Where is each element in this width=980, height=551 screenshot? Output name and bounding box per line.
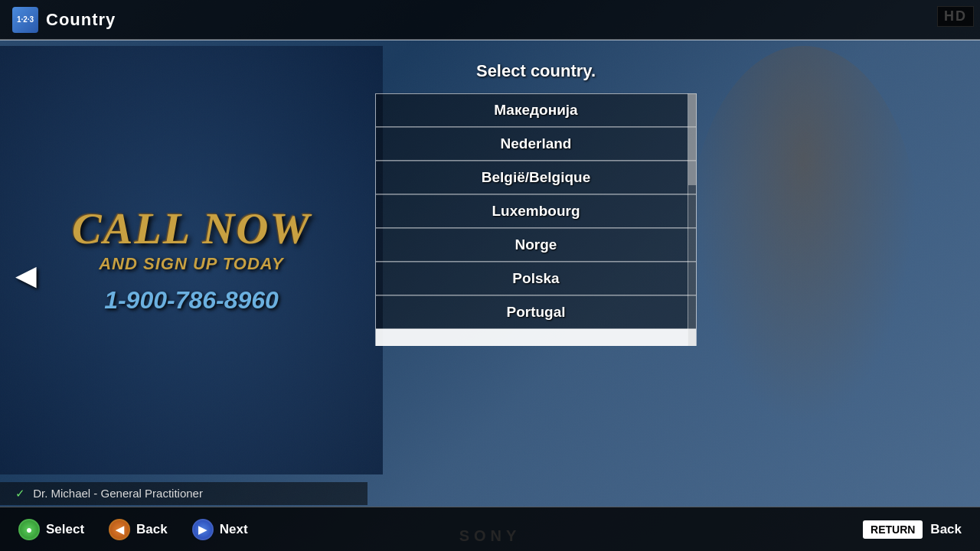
scrollbar-thumb[interactable]	[688, 93, 697, 185]
next-label: Next	[220, 522, 248, 537]
bottom-nav-bar: ● Select ◀ Back ▶ Next RETURN Back	[0, 507, 980, 551]
ad-content-area: CALL NOW AND SIGN UP TODAY 1-900-786-896…	[0, 46, 383, 474]
country-item[interactable]: België/Belgique	[376, 161, 696, 194]
page-title: Country	[46, 10, 116, 30]
next-button[interactable]: ▶ Next	[192, 519, 248, 540]
return-back-label: Back	[930, 522, 962, 537]
call-now-heading: CALL NOW	[72, 207, 311, 251]
phone-number: 1-900-786-8960	[104, 286, 279, 315]
next-icon: ▶	[192, 519, 214, 540]
country-panel: Select country. МакедонијаNederlandBelgi…	[375, 52, 697, 346]
country-item[interactable]: Portugal	[376, 295, 696, 329]
sign-up-subtext: AND SIGN UP TODAY	[99, 254, 284, 274]
return-badge[interactable]: RETURN	[863, 520, 923, 539]
app-icon: 1·2·3	[12, 7, 38, 33]
country-list-wrapper: МакедонијаNederlandBelgië/BelgiqueLuxemb…	[375, 93, 697, 346]
country-item[interactable]	[376, 329, 696, 346]
bottom-right-controls: RETURN Back	[863, 520, 962, 539]
back-icon: ◀	[109, 519, 130, 540]
top-divider	[0, 40, 980, 41]
back-label: Back	[136, 522, 168, 537]
country-item[interactable]: Nederland	[376, 127, 696, 161]
country-list: МакедонијаNederlandBelgië/BelgiqueLuxemb…	[375, 93, 697, 346]
panel-title: Select country.	[375, 52, 697, 93]
select-button[interactable]: ● Select	[18, 519, 84, 540]
top-bar: 1·2·3 Country	[0, 0, 980, 40]
country-item[interactable]: Norge	[376, 228, 696, 262]
country-item[interactable]: Македонија	[376, 93, 696, 127]
subtitle-text: Dr. Michael - General Practitioner	[33, 487, 203, 500]
scrollbar-track[interactable]	[688, 93, 697, 346]
country-item[interactable]: Polska	[376, 262, 696, 295]
left-nav-arrow[interactable]: ◀	[15, 259, 37, 292]
background-person	[689, 46, 919, 429]
country-item[interactable]: Luxembourg	[376, 194, 696, 228]
back-button[interactable]: ◀ Back	[109, 519, 168, 540]
subtitle-bar: ✓ Dr. Michael - General Practitioner	[0, 482, 368, 505]
select-icon: ●	[18, 519, 40, 540]
select-label: Select	[46, 522, 84, 537]
check-icon: ✓	[15, 487, 25, 500]
